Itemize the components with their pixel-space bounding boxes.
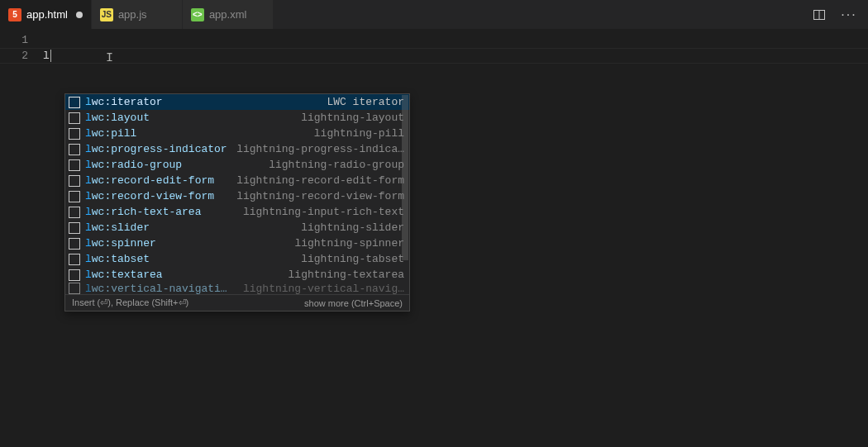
typed-text: l [43,50,50,62]
line-number-gutter: 1 2 [0,29,43,447]
line-number: 1 [0,32,43,48]
snippet-kind-icon [69,97,80,108]
suggest-item-detail: lightning-vertical-navig… [243,283,404,294]
suggest-item-label: lwc:record-edit-form [85,173,214,188]
suggest-status-right[interactable]: show more (Ctrl+Space) [304,298,403,308]
tab-label: app.js [118,8,147,21]
split-editor-icon[interactable] [810,6,828,24]
suggest-item[interactable]: lwc:tabsetlightning-tabset [65,251,409,267]
tab-actions: ··· [810,0,868,29]
suggest-item[interactable]: lwc:vertical-navigati…lightning-vertical… [65,283,409,294]
dirty-indicator-icon [76,12,83,18]
intellisense-suggest-widget[interactable]: lwc:iteratorLWC iteratorlwc:layoutlightn… [64,93,410,311]
suggest-item[interactable]: lwc:sliderlightning-slider [65,220,409,235]
tab-app-html[interactable]: 5 app.html [0,0,92,29]
snippet-kind-icon [69,159,80,171]
suggest-item-label: lwc:radio-group [85,157,182,173]
snippet-kind-icon [69,254,80,265]
suggest-item-label: lwc:vertical-navigati… [85,283,227,294]
snippet-kind-icon [69,128,80,140]
snippet-kind-icon [69,144,80,155]
suggest-item-detail: lightning-progress-indica… [236,141,404,157]
js-file-icon: JS [100,8,113,21]
suggest-item-label: lwc:iterator [85,94,163,110]
snippet-kind-icon [69,283,80,294]
xml-file-icon: <> [191,8,204,21]
suggest-item[interactable]: lwc:record-edit-formlightning-record-edi… [65,173,409,188]
html-file-icon: 5 [8,8,21,21]
tab-app-js[interactable]: JS app.js [92,0,183,29]
suggest-item-detail: lightning-slider [301,220,404,235]
tab-bar: 5 app.html JS app.js <> app.xml ··· [0,0,868,29]
tab-app-xml[interactable]: <> app.xml [183,0,274,29]
suggest-item-label: lwc:textarea [85,267,163,283]
suggest-item-detail: lightning-layout [301,110,404,126]
snippet-kind-icon [69,222,80,234]
suggest-scrollbar[interactable] [401,94,409,311]
snippet-kind-icon [69,112,80,124]
tab-label: app.xml [209,8,247,21]
suggest-item-label: lwc:rich-text-area [85,204,201,220]
suggest-item-label: lwc:progress-indicator [85,141,227,157]
snippet-kind-icon [69,207,80,218]
suggest-item-label: lwc:slider [85,220,150,235]
suggest-item[interactable]: lwc:iteratorLWC iterator [65,94,409,110]
suggest-list[interactable]: lwc:iteratorLWC iteratorlwc:layoutlightn… [65,94,409,294]
suggest-item[interactable]: lwc:textarealightning-textarea [65,267,409,283]
suggest-item-detail: LWC iterator [327,94,404,110]
suggest-item-detail: lightning-tabset [301,251,404,267]
suggest-item[interactable]: lwc:layoutlightning-layout [65,110,409,126]
snippet-kind-icon [69,175,80,187]
suggest-status-bar: Insert (⏎), Replace (Shift+⏎) show more … [65,294,409,311]
suggest-item[interactable]: lwc:progress-indicatorlightning-progress… [65,141,409,157]
suggest-item[interactable]: lwc:pilllightning-pill [65,126,409,141]
suggest-item-label: lwc:tabset [85,251,150,267]
suggest-item-detail: lightning-spinner [294,235,404,251]
snippet-kind-icon [69,269,80,281]
snippet-kind-icon [69,238,80,250]
suggest-item-label: lwc:record-view-form [85,188,214,204]
editor-area[interactable]: 1 2 l I lwc:iteratorLWC iteratorlwc:layo… [0,29,868,447]
text-cursor [50,50,51,62]
suggest-item-detail: lightning-radio-group [269,157,404,173]
tab-label: app.html [26,8,68,21]
suggest-item[interactable]: lwc:radio-grouplightning-radio-group [65,157,409,173]
code-line: l [43,48,868,64]
suggest-item-detail: lightning-input-rich-text [243,204,404,220]
suggest-scrollbar-thumb[interactable] [402,95,408,260]
suggest-item-label: lwc:spinner [85,235,156,251]
suggest-item-detail: lightning-pill [314,126,404,141]
suggest-item-label: lwc:pill [85,126,136,141]
code-line [43,32,868,48]
snippet-kind-icon [69,191,80,202]
more-actions-icon[interactable]: ··· [840,6,858,24]
suggest-status-left: Insert (⏎), Replace (Shift+⏎) [72,297,188,308]
suggest-item[interactable]: lwc:rich-text-arealightning-input-rich-t… [65,204,409,220]
suggest-item-label: lwc:layout [85,110,150,126]
suggest-item-detail: lightning-record-view-form [236,188,404,204]
suggest-item-detail: lightning-record-edit-form [236,173,404,188]
suggest-item[interactable]: lwc:spinnerlightning-spinner [65,235,409,251]
suggest-item-detail: lightning-textarea [289,267,404,283]
suggest-item[interactable]: lwc:record-view-formlightning-record-vie… [65,188,409,204]
